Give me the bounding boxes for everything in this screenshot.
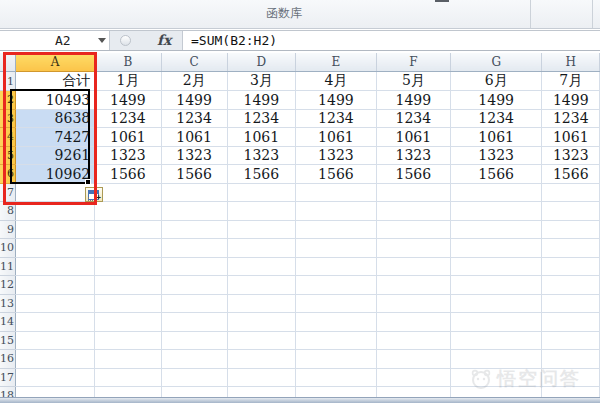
select-all-corner[interactable] xyxy=(0,53,16,72)
row-header-8[interactable]: 8 xyxy=(0,202,16,221)
cell-E11[interactable] xyxy=(295,257,376,276)
cell-H14[interactable] xyxy=(542,313,600,332)
name-box-dropdown-icon[interactable] xyxy=(98,38,106,43)
cell-G15[interactable] xyxy=(450,331,542,350)
cell-F13[interactable] xyxy=(376,294,450,313)
cell-E14[interactable] xyxy=(295,313,376,332)
cell-G2[interactable]: 1499 xyxy=(450,91,542,110)
cell-F2[interactable]: 1499 xyxy=(376,91,450,110)
formula-bar-splitter-icon[interactable] xyxy=(120,35,131,46)
cell-A9[interactable] xyxy=(16,220,95,239)
insert-function-button[interactable]: fx xyxy=(157,32,171,48)
row-header-6[interactable]: 6 xyxy=(0,165,16,184)
cell-D9[interactable] xyxy=(227,220,295,239)
cell-G1[interactable]: 6月 xyxy=(450,72,542,91)
cell-E3[interactable]: 1234 xyxy=(295,109,376,128)
cell-A11[interactable] xyxy=(16,257,95,276)
cell-A2[interactable]: 10493 xyxy=(16,91,95,110)
cell-E6[interactable]: 1566 xyxy=(295,165,376,184)
row-header-12[interactable]: 12 xyxy=(0,276,16,295)
cell-G14[interactable] xyxy=(450,313,542,332)
row-header-13[interactable]: 13 xyxy=(0,294,16,313)
cell-E2[interactable]: 1499 xyxy=(295,91,376,110)
cell-C2[interactable]: 1499 xyxy=(161,91,227,110)
cell-E15[interactable] xyxy=(295,331,376,350)
cell-A7[interactable] xyxy=(16,183,95,202)
cell-D15[interactable] xyxy=(227,331,295,350)
cell-H6[interactable]: 1566 xyxy=(542,165,600,184)
column-header-G[interactable]: G xyxy=(450,53,542,72)
cell-H12[interactable] xyxy=(542,276,600,295)
cell-H9[interactable] xyxy=(542,220,600,239)
cell-B7[interactable] xyxy=(95,183,161,202)
row-header-5[interactable]: 5 xyxy=(0,146,16,165)
cell-D8[interactable] xyxy=(227,202,295,221)
cell-F15[interactable] xyxy=(376,331,450,350)
cell-D11[interactable] xyxy=(227,257,295,276)
cell-G4[interactable]: 1061 xyxy=(450,128,542,147)
cell-B11[interactable] xyxy=(95,257,161,276)
cell-D14[interactable] xyxy=(227,313,295,332)
cell-C16[interactable] xyxy=(161,350,227,369)
cell-H8[interactable] xyxy=(542,202,600,221)
row-header-17[interactable]: 17 xyxy=(0,368,16,387)
row-header-16[interactable]: 16 xyxy=(0,350,16,369)
row-header-3[interactable]: 3 xyxy=(0,109,16,128)
cell-A15[interactable] xyxy=(16,331,95,350)
row-header-7[interactable]: 7 xyxy=(0,183,16,202)
autofill-options-button[interactable]: + xyxy=(85,187,103,202)
cell-B17[interactable] xyxy=(95,368,161,387)
cell-E10[interactable] xyxy=(295,239,376,258)
row-header-15[interactable]: 15 xyxy=(0,331,16,350)
cell-E5[interactable]: 1323 xyxy=(295,146,376,165)
formula-input[interactable]: =SUM(B2:H2) xyxy=(182,31,600,50)
cell-G5[interactable]: 1323 xyxy=(450,146,542,165)
cell-H10[interactable] xyxy=(542,239,600,258)
cell-E17[interactable] xyxy=(295,368,376,387)
cell-E4[interactable]: 1061 xyxy=(295,128,376,147)
cell-D7[interactable] xyxy=(227,183,295,202)
cell-C8[interactable] xyxy=(161,202,227,221)
cell-B1[interactable]: 1月 xyxy=(95,72,161,91)
column-header-D[interactable]: D xyxy=(227,53,295,72)
cell-G9[interactable] xyxy=(450,220,542,239)
cell-F11[interactable] xyxy=(376,257,450,276)
cell-B12[interactable] xyxy=(95,276,161,295)
row-header-2[interactable]: 2 xyxy=(0,91,16,110)
cell-F5[interactable]: 1323 xyxy=(376,146,450,165)
cell-A1[interactable]: 合计 xyxy=(16,72,95,91)
row-header-4[interactable]: 4 xyxy=(0,128,16,147)
cell-A5[interactable]: 9261 xyxy=(16,146,95,165)
cell-H13[interactable] xyxy=(542,294,600,313)
cell-E7[interactable] xyxy=(295,183,376,202)
cell-D12[interactable] xyxy=(227,276,295,295)
cell-C4[interactable]: 1061 xyxy=(161,128,227,147)
cell-D5[interactable]: 1323 xyxy=(227,146,295,165)
row-header-1[interactable]: 1 xyxy=(0,72,16,91)
cell-D4[interactable]: 1061 xyxy=(227,128,295,147)
cell-C3[interactable]: 1234 xyxy=(161,109,227,128)
cell-C14[interactable] xyxy=(161,313,227,332)
cell-A14[interactable] xyxy=(16,313,95,332)
column-header-H[interactable]: H xyxy=(542,53,600,72)
cell-F14[interactable] xyxy=(376,313,450,332)
cell-B2[interactable]: 1499 xyxy=(95,91,161,110)
cell-B6[interactable]: 1566 xyxy=(95,165,161,184)
cell-A16[interactable] xyxy=(16,350,95,369)
column-header-C[interactable]: C xyxy=(161,53,227,72)
row-header-9[interactable]: 9 xyxy=(0,220,16,239)
cell-C1[interactable]: 2月 xyxy=(161,72,227,91)
cell-E8[interactable] xyxy=(295,202,376,221)
cell-F9[interactable] xyxy=(376,220,450,239)
cell-B5[interactable]: 1323 xyxy=(95,146,161,165)
cell-C15[interactable] xyxy=(161,331,227,350)
cell-B9[interactable] xyxy=(95,220,161,239)
cell-A10[interactable] xyxy=(16,239,95,258)
column-header-F[interactable]: F xyxy=(376,53,450,72)
cell-A3[interactable]: 8638 xyxy=(16,109,95,128)
column-header-B[interactable]: B xyxy=(95,53,161,72)
fill-handle[interactable] xyxy=(85,179,91,185)
cell-A6[interactable]: 10962 xyxy=(16,165,95,184)
column-header-A[interactable]: A xyxy=(16,53,95,72)
cell-D16[interactable] xyxy=(227,350,295,369)
